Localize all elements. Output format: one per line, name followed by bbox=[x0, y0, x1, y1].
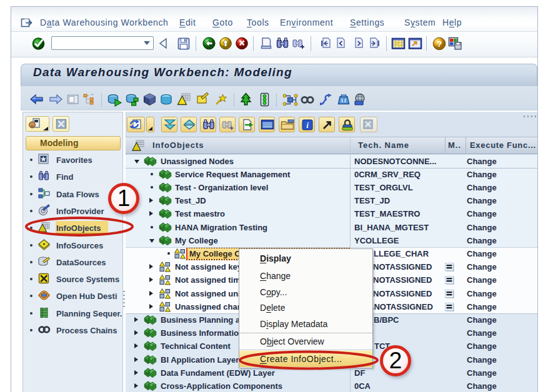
svg-text:?: ? bbox=[437, 39, 442, 49]
svg-text:i: i bbox=[306, 120, 309, 130]
